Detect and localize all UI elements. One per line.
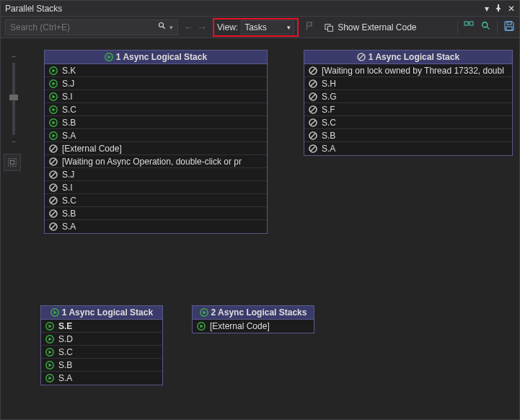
svg-marker-58: [53, 311, 57, 315]
stack-panel[interactable]: 1 Async Logical Stack S.E S.D S.C S.B S.…: [40, 305, 163, 385]
stack-frame[interactable]: S.B: [41, 359, 162, 372]
frame-label: S.J: [62, 79, 74, 89]
stack-frame[interactable]: [Waiting on Async Operation, double-clic…: [45, 155, 267, 168]
stack-frame[interactable]: S.J: [45, 168, 267, 181]
frame-label: S.A: [58, 373, 72, 383]
svg-marker-26: [53, 134, 56, 137]
stack-frame[interactable]: S.K: [45, 64, 267, 77]
svg-line-38: [51, 211, 56, 215]
svg-rect-12: [10, 160, 14, 164]
search-input[interactable]: [10, 22, 158, 32]
frame-label: S.A: [62, 222, 76, 232]
stack-frame[interactable]: S.A: [304, 142, 512, 155]
frame-label: S.A: [322, 144, 335, 154]
frame-label: S.I: [62, 183, 73, 193]
blocked-icon: [49, 222, 58, 231]
separator: [457, 21, 458, 34]
view-dropdown[interactable]: Tasks ▾: [241, 20, 294, 35]
svg-marker-18: [53, 82, 56, 85]
stack-frame[interactable]: S.B: [304, 129, 512, 142]
svg-marker-68: [49, 377, 53, 380]
stack-frame[interactable]: S.I: [45, 90, 267, 103]
stack-header[interactable]: 2 Async Logical Stacks: [193, 306, 314, 320]
frame-label: S.B: [322, 131, 335, 141]
svg-line-30: [51, 159, 56, 163]
svg-marker-66: [49, 363, 53, 367]
blocked-icon: [309, 118, 317, 127]
pin-icon[interactable]: [495, 4, 502, 14]
search-box[interactable]: ▾: [5, 19, 178, 35]
save-icon[interactable]: [503, 20, 515, 34]
frame-label: S.K: [62, 66, 76, 76]
stack-frame[interactable]: S.J: [45, 77, 267, 90]
svg-marker-20: [53, 95, 56, 98]
layout-icon[interactable]: [464, 20, 475, 34]
search-dropdown-icon[interactable]: ▾: [169, 24, 173, 31]
stack-title: 1 Async Logical Stack: [62, 307, 153, 318]
search-icon[interactable]: [158, 22, 167, 32]
svg-point-0: [159, 23, 164, 27]
stack-frame[interactable]: S.E: [41, 320, 162, 333]
svg-line-50: [311, 107, 315, 111]
blocked-icon: [49, 183, 58, 192]
stack-header[interactable]: 1 Async Logical Stack: [45, 51, 267, 64]
titlebar: Parallel Stacks ▾ ✕: [1, 1, 519, 17]
zoom-icon[interactable]: [481, 21, 491, 33]
canvas[interactable]: – – 1 Async Logical Stack S.K S.J S.I S.…: [1, 38, 519, 419]
flag-icon[interactable]: [303, 21, 317, 33]
svg-marker-24: [53, 121, 56, 124]
slider-track[interactable]: [12, 63, 15, 135]
frame-label: S.C: [322, 118, 336, 128]
svg-rect-5: [470, 22, 473, 25]
slider-thumb[interactable]: [9, 95, 18, 100]
stack-panel[interactable]: 2 Async Logical Stacks [External Code]: [192, 305, 314, 333]
stack-panel[interactable]: 1 Async Logical Stack S.K S.J S.I S.C S.…: [44, 50, 268, 234]
fit-to-screen-button[interactable]: [4, 154, 21, 171]
forward-icon[interactable]: →: [197, 22, 207, 33]
stack-frame[interactable]: S.B: [45, 116, 267, 129]
stack-frame[interactable]: S.F: [304, 103, 512, 116]
svg-marker-62: [49, 337, 53, 341]
view-value: Tasks: [244, 22, 267, 32]
frame-label: S.B: [62, 209, 76, 219]
stack-frame[interactable]: S.B: [45, 207, 267, 220]
svg-line-46: [311, 81, 315, 85]
stack-frame[interactable]: [External Code]: [193, 320, 314, 333]
stack-frame[interactable]: S.C: [45, 103, 267, 116]
close-icon[interactable]: ✕: [508, 4, 515, 14]
stack-panel[interactable]: 1 Async Logical Stack [Waiting on lock o…: [304, 50, 513, 156]
stack-frame[interactable]: S.A: [45, 220, 267, 233]
frame-label: S.D: [58, 334, 73, 344]
stack-frame[interactable]: S.A: [45, 129, 267, 142]
play-icon: [49, 79, 58, 88]
window-menu-icon[interactable]: ▾: [485, 4, 489, 14]
svg-line-54: [311, 133, 315, 137]
stack-frame[interactable]: S.H: [304, 77, 512, 90]
svg-line-32: [51, 172, 56, 176]
stack-frame[interactable]: [External Code]: [45, 142, 267, 155]
stack-frame[interactable]: S.C: [41, 346, 162, 359]
frame-label: S.I: [62, 92, 73, 102]
play-icon: [45, 348, 54, 356]
svg-line-48: [311, 94, 315, 98]
stack-frame[interactable]: S.C: [304, 116, 512, 129]
blocked-icon: [49, 170, 58, 179]
stack-frame[interactable]: S.G: [304, 90, 512, 103]
stack-frame[interactable]: S.C: [45, 194, 267, 207]
stack-frame[interactable]: [Waiting on lock owned by Thread 17332, …: [304, 64, 512, 77]
svg-line-44: [311, 68, 315, 72]
show-external-code-button[interactable]: Show External Code: [322, 22, 419, 32]
stack-header[interactable]: 1 Async Logical Stack: [304, 51, 512, 64]
svg-rect-9: [507, 22, 511, 25]
svg-line-1: [163, 27, 165, 29]
stack-header[interactable]: 1 Async Logical Stack: [41, 306, 162, 320]
frame-label: S.G: [322, 92, 337, 102]
zoom-slider[interactable]: – –: [5, 53, 22, 145]
back-icon[interactable]: ←: [184, 22, 194, 33]
stack-frame[interactable]: S.A: [41, 372, 162, 385]
stack-frame[interactable]: S.I: [45, 181, 267, 194]
play-icon: [45, 322, 54, 331]
svg-marker-14: [107, 56, 111, 59]
stack-frame[interactable]: S.D: [41, 333, 162, 346]
blocked-icon: [309, 105, 317, 114]
